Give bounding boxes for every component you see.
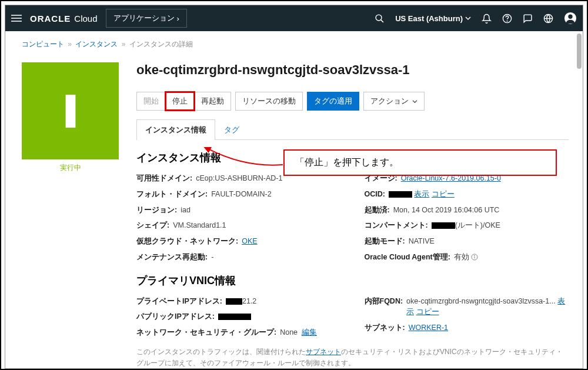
- reboot-button[interactable]: 再起動: [194, 92, 231, 111]
- page-title: oke-cqtimzrgbrd-nswgntcgjtd-soav3lzvssa-…: [136, 62, 569, 78]
- chevron-right-icon: ›: [177, 14, 179, 23]
- ocid-copy[interactable]: コピー: [432, 190, 455, 198]
- chevron-down-icon: [412, 99, 417, 104]
- label-nsg: ネットワーク・セキュリティ・グループ:: [136, 327, 276, 338]
- hamburger-menu[interactable]: [11, 13, 22, 24]
- svg-point-7: [568, 15, 572, 19]
- instance-status-tile: [22, 62, 119, 159]
- label-launch-mode: 起動モード:: [365, 236, 405, 247]
- label-fault: フォルト・ドメイン:: [136, 189, 208, 200]
- svg-point-3: [507, 21, 507, 21]
- fqdn-copy[interactable]: コピー: [416, 308, 439, 316]
- svg-rect-8: [65, 95, 75, 128]
- label-region: リージョン:: [136, 205, 177, 216]
- redacted: [226, 298, 242, 305]
- redacted: [218, 314, 251, 320]
- value-subnet[interactable]: WORKER-1: [409, 322, 448, 334]
- label-private-ip: プライベートIPアドレス:: [136, 296, 222, 307]
- label-public-ip: パブリックIPアドレス:: [136, 311, 215, 322]
- redacted: [389, 191, 412, 198]
- value-fault: FAULT-DOMAIN-2: [211, 189, 272, 200]
- info-icon[interactable]: [471, 254, 478, 261]
- label-shape: シェイプ:: [136, 220, 169, 231]
- region-selector[interactable]: US East (Ashburn): [395, 14, 471, 23]
- value-region: iad: [181, 205, 191, 216]
- value-compartment: (ルート)/OKE: [455, 221, 500, 229]
- action-bar: 開始 停止 再起動 リソースの移動 タグの適用 アクション: [136, 92, 569, 111]
- move-resource-button[interactable]: リソースの移動: [235, 92, 303, 111]
- value-fqdn: oke-cqtimzrgbrd-nswgntcgjtd-soav3lzvssa-…: [406, 297, 556, 305]
- brand-cloud: Cloud: [74, 14, 97, 24]
- start-button[interactable]: 開始: [136, 92, 166, 111]
- subnet-link[interactable]: サブネット: [306, 348, 341, 356]
- label-vcn: 仮想クラウド・ネットワーク:: [136, 236, 238, 247]
- footer-note: このインスタンスのトラフィックは、関連付けられたサブネットのセキュリティ・リスト…: [136, 346, 569, 368]
- breadcrumb-instances[interactable]: インスタンス: [75, 40, 118, 48]
- chat-icon[interactable]: [523, 14, 533, 24]
- value-vcn[interactable]: OKE: [242, 236, 257, 247]
- redacted: [432, 222, 455, 229]
- value-private-ip: 21.2: [242, 297, 256, 305]
- breadcrumb-compute[interactable]: コンピュート: [22, 40, 64, 48]
- label-ocid: OCID:: [365, 189, 385, 200]
- svg-point-11: [475, 255, 475, 256]
- value-maint: -: [211, 252, 213, 263]
- applications-button[interactable]: アプリケーション›: [106, 9, 187, 28]
- svg-point-0: [376, 15, 382, 21]
- value-launched: Mon, 14 Oct 2019 16:04:06 UTC: [393, 205, 500, 216]
- label-compartment: コンパートメント:: [365, 220, 428, 231]
- label-launched: 起動済:: [365, 205, 390, 216]
- header: ORACLE Cloud アプリケーション› US East (Ashburn): [5, 5, 583, 31]
- tabs: インスタンス情報 タグ: [136, 119, 569, 140]
- brand-oracle: ORACLE: [30, 14, 71, 24]
- label-agent: Oracle Cloud Agent管理:: [365, 252, 450, 263]
- tab-tags[interactable]: タグ: [215, 119, 248, 140]
- annotation-callout: 「停止」を押下します。: [283, 149, 557, 176]
- value-ad: cEop:US-ASHBURN-AD-1: [196, 173, 282, 184]
- nsg-edit[interactable]: 編集: [302, 328, 317, 336]
- value-agent: 有効: [454, 253, 469, 261]
- apply-tag-button[interactable]: タグの適用: [307, 92, 359, 111]
- brand: ORACLE Cloud: [30, 14, 98, 24]
- value-launch-mode: NATIVE: [409, 236, 435, 247]
- value-nsg: None: [280, 328, 298, 336]
- value-shape: VM.Standard1.1: [173, 220, 226, 231]
- svg-line-1: [381, 19, 383, 22]
- globe-icon[interactable]: [543, 14, 553, 24]
- chevron-down-icon: [465, 15, 471, 21]
- breadcrumb-current: インスタンスの詳細: [129, 40, 193, 48]
- help-icon[interactable]: [502, 14, 512, 24]
- status-label: 実行中: [22, 163, 119, 173]
- ocid-show[interactable]: 表示: [414, 190, 429, 198]
- label-ad: 可用性ドメイン:: [136, 173, 192, 184]
- user-avatar-icon[interactable]: [564, 12, 577, 25]
- stop-button[interactable]: 停止: [165, 92, 195, 111]
- notifications-icon[interactable]: [482, 14, 492, 24]
- label-fqdn: 内部FQDN:: [365, 296, 403, 307]
- breadcrumb: コンピュート » インスタンス » インスタンスの詳細: [22, 39, 569, 49]
- search-icon[interactable]: [375, 14, 385, 24]
- section-primary-vnic: プライマリVNIC情報: [136, 274, 569, 288]
- label-subnet: サブネット:: [365, 322, 405, 334]
- label-maint: メンテナンス再起動:: [136, 252, 208, 263]
- scrollbar[interactable]: [577, 34, 582, 69]
- tab-instance-info[interactable]: インスタンス情報: [136, 119, 215, 140]
- actions-dropdown[interactable]: アクション: [363, 92, 425, 111]
- running-icon: [62, 95, 79, 128]
